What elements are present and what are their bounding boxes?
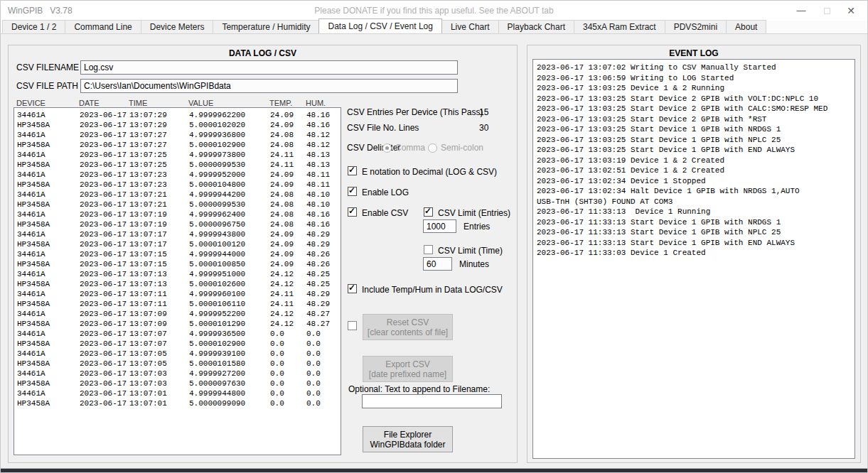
table-cell: 13:07:25 bbox=[129, 160, 189, 170]
table-cell: 4.9999973800 bbox=[189, 150, 270, 160]
table-cell: 48.12 bbox=[306, 130, 330, 140]
table-row[interactable]: HP3458A2023-06-1713:07:235.000010480024.… bbox=[17, 180, 341, 190]
entries-per-device-value: 15 bbox=[479, 107, 488, 117]
tab-device-meters[interactable]: Device Meters bbox=[141, 20, 214, 33]
delimiter-semicolon-radio[interactable] bbox=[428, 143, 437, 153]
table-row[interactable]: 34461A2023-06-1713:07:274.999993680024.0… bbox=[17, 130, 341, 140]
reset-csv-button[interactable]: Reset CSV [clear contents of file] bbox=[363, 314, 453, 340]
table-cell: 2023-06-17 bbox=[80, 349, 129, 359]
enable-csv-checkbox[interactable]: ✓ bbox=[348, 207, 357, 217]
table-cell: HP3458A bbox=[17, 299, 80, 309]
tab-playback-chart[interactable]: Playback Chart bbox=[498, 20, 574, 33]
table-row[interactable]: 34461A2023-06-1713:07:194.999996240024.0… bbox=[17, 210, 341, 219]
table-row[interactable]: HP3458A2023-06-1713:07:055.00001015800.0… bbox=[17, 359, 341, 369]
table-row[interactable]: HP3458A2023-06-1713:07:175.000010012024.… bbox=[17, 239, 341, 249]
data-log-listbox[interactable]: 34461A2023-06-1713:07:294.999996220024.0… bbox=[14, 107, 341, 455]
title-bar[interactable]: WinGPIB V3.78 Please DONATE if you find … bbox=[1, 1, 867, 21]
table-cell: 2023-06-17 bbox=[80, 369, 129, 379]
table-row[interactable]: HP3458A2023-06-1713:07:015.00000990900.0… bbox=[17, 398, 341, 408]
file-explorer-button-line2: WinGPIBdata folder bbox=[363, 440, 452, 450]
table-cell: 4.9999962400 bbox=[189, 210, 270, 219]
table-cell: 2023-06-17 bbox=[80, 319, 129, 329]
close-button[interactable]: ✕ bbox=[839, 1, 863, 21]
event-log-textbox[interactable]: 2023-06-17 13:07:02 Writing to CSV Manua… bbox=[532, 59, 855, 459]
tab-command-line[interactable]: Command Line bbox=[65, 20, 141, 33]
table-row[interactable]: HP3458A2023-06-1713:07:195.000009675024.… bbox=[17, 219, 341, 229]
table-cell: 2023-06-17 bbox=[80, 140, 129, 150]
table-cell: 2023-06-17 bbox=[80, 229, 129, 239]
enable-log-checkbox[interactable]: ✓ bbox=[348, 187, 357, 196]
tab-about[interactable]: About bbox=[726, 20, 766, 33]
table-cell: 0.0 bbox=[270, 349, 306, 359]
table-cell: 24.09 bbox=[270, 180, 306, 190]
table-cell: 0.0 bbox=[306, 369, 321, 379]
table-cell: HP3458A bbox=[17, 180, 80, 190]
table-row[interactable]: HP3458A2023-06-1713:07:155.000010085024.… bbox=[17, 259, 341, 269]
table-row[interactable]: 34461A2023-06-1713:07:114.999996010024.1… bbox=[17, 289, 341, 299]
delimiter-comma-radio[interactable] bbox=[382, 143, 392, 153]
table-row[interactable]: HP3458A2023-06-1713:07:115.000010611024.… bbox=[17, 299, 341, 309]
include-temphum-checkbox[interactable]: ✓ bbox=[348, 284, 357, 293]
export-csv-button-line2: [date prefixed name] bbox=[363, 369, 452, 379]
event-log-line: 2023-06-17 13:02:34 Halt Device 1 GPIB w… bbox=[537, 186, 854, 197]
table-row[interactable]: 34461A2023-06-1713:07:154.999994400024.0… bbox=[17, 249, 341, 259]
table-row[interactable]: HP3458A2023-06-1713:07:135.000010260024.… bbox=[17, 279, 341, 289]
tab-temperature-humidity[interactable]: Temperature / Humidity bbox=[213, 20, 319, 33]
table-cell: 34461A bbox=[17, 369, 80, 379]
table-cell: 48.27 bbox=[306, 309, 330, 319]
csv-filename-input[interactable] bbox=[80, 60, 458, 75]
table-row[interactable]: 34461A2023-06-1713:07:034.99999272000.00… bbox=[17, 369, 341, 379]
table-row[interactable]: HP3458A2023-06-1713:07:275.000010290024.… bbox=[17, 140, 341, 150]
table-row[interactable]: 34461A2023-06-1713:07:254.999997380024.1… bbox=[17, 150, 341, 160]
data-log-panel-title: DATA LOG / CSV bbox=[9, 48, 517, 58]
table-cell: 13:07:03 bbox=[129, 369, 189, 379]
maximize-button[interactable] bbox=[815, 1, 839, 21]
event-log-line: 2023-06-17 11:33:13 Start Device 1 GPIB … bbox=[537, 227, 854, 238]
table-row[interactable]: 34461A2023-06-1713:07:014.99999448000.00… bbox=[17, 388, 341, 398]
tab-live-chart[interactable]: Live Chart bbox=[441, 20, 499, 33]
csv-limit-entries-checkbox[interactable]: ✓ bbox=[424, 207, 433, 217]
table-row[interactable]: 34461A2023-06-1713:07:234.999995200024.0… bbox=[17, 170, 341, 180]
table-row[interactable]: 34461A2023-06-1713:07:214.999994420024.0… bbox=[17, 190, 341, 200]
table-cell: 24.11 bbox=[270, 160, 306, 170]
csv-limit-time-checkbox[interactable]: ✓ bbox=[424, 245, 433, 254]
col-header-temp: TEMP. bbox=[269, 99, 306, 107]
table-row[interactable]: HP3458A2023-06-1713:07:035.00000976300.0… bbox=[17, 379, 341, 388]
table-row[interactable]: 34461A2023-06-1713:07:094.999995220024.1… bbox=[17, 309, 341, 319]
file-explorer-button[interactable]: File Explorer WinGPIBdata folder bbox=[363, 426, 453, 452]
table-cell: HP3458A bbox=[17, 160, 80, 170]
csv-limit-time-unit: Minutes bbox=[459, 259, 489, 269]
table-cell: 4.9999960100 bbox=[189, 289, 270, 299]
reset-confirm-checkbox[interactable]: ✓ bbox=[348, 321, 357, 330]
table-cell: 2023-06-17 bbox=[80, 130, 129, 140]
export-csv-button[interactable]: Export CSV [date prefixed name] bbox=[363, 356, 453, 382]
append-filename-input[interactable] bbox=[362, 394, 502, 408]
table-row[interactable]: 34461A2023-06-1713:07:054.99999391000.00… bbox=[17, 349, 341, 359]
table-row[interactable]: HP3458A2023-06-1713:07:075.00001029000.0… bbox=[17, 339, 341, 349]
table-cell: 24.08 bbox=[270, 190, 306, 200]
minimize-button[interactable]: — bbox=[789, 1, 813, 21]
table-row[interactable]: HP3458A2023-06-1713:07:295.000010202024.… bbox=[17, 120, 341, 130]
table-cell: 2023-06-17 bbox=[80, 120, 129, 130]
tab-device-1-2[interactable]: Device 1 / 2 bbox=[2, 20, 65, 33]
table-cell: 5.0000100850 bbox=[189, 259, 270, 269]
table-row[interactable]: 34461A2023-06-1713:07:074.99999365000.00… bbox=[17, 329, 341, 339]
table-cell: 2023-06-17 bbox=[80, 329, 129, 339]
table-row[interactable]: HP3458A2023-06-1713:07:095.000010129024.… bbox=[17, 319, 341, 329]
tab-data-log-csv-event-log[interactable]: Data Log / CSV / Event Log bbox=[318, 18, 441, 33]
csv-limit-time-input[interactable] bbox=[423, 257, 452, 271]
tab-345xa-ram-extract[interactable]: 345xA Ram Extract bbox=[574, 20, 665, 33]
table-row[interactable]: HP3458A2023-06-1713:07:215.000009953024.… bbox=[17, 200, 341, 210]
table-row[interactable]: HP3458A2023-06-1713:07:255.000009953024.… bbox=[17, 160, 341, 170]
table-row[interactable]: 34461A2023-06-1713:07:294.999996220024.0… bbox=[17, 110, 341, 120]
csv-filepath-input[interactable] bbox=[80, 79, 458, 93]
table-cell: 48.29 bbox=[306, 239, 330, 249]
table-cell: 13:07:17 bbox=[129, 229, 189, 239]
csv-limit-entries-input[interactable] bbox=[423, 219, 456, 233]
table-cell: 48.13 bbox=[306, 160, 330, 170]
e-notation-checkbox[interactable]: ✓ bbox=[348, 166, 357, 175]
tab-pdvs2mini[interactable]: PDVS2mini bbox=[665, 20, 727, 33]
event-log-line: 2023-06-17 13:03:25 Start Device 1 GPIB … bbox=[537, 135, 854, 146]
table-row[interactable]: 34461A2023-06-1713:07:134.999995100024.1… bbox=[17, 269, 341, 279]
table-row[interactable]: 34461A2023-06-1713:07:174.999994380024.0… bbox=[17, 229, 341, 239]
